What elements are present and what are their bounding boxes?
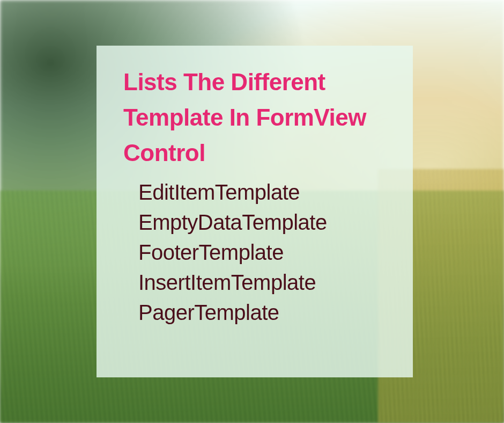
list-item: InsertItemTemplate <box>138 267 386 297</box>
slide-title: Lists The Different Template In FormView… <box>123 64 386 171</box>
list-item: EmptyDataTemplate <box>138 207 386 237</box>
list-item: FooterTemplate <box>138 237 386 267</box>
list-item: EditItemTemplate <box>138 177 386 207</box>
list-item: PagerTemplate <box>138 297 386 327</box>
template-list: EditItemTemplate EmptyDataTemplate Foote… <box>123 177 386 327</box>
content-card: Lists The Different Template In FormView… <box>97 46 413 377</box>
